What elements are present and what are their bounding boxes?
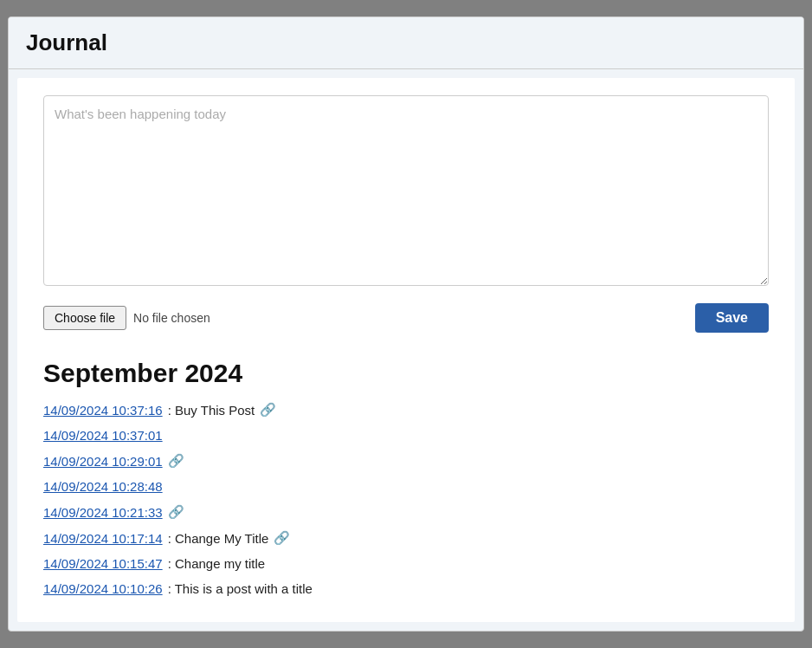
- month-section: September 2024: [43, 359, 769, 388]
- list-item: 14/09/2024 10:10:26: This is a post with…: [43, 581, 769, 596]
- save-button[interactable]: Save: [695, 303, 769, 333]
- journal-textarea[interactable]: [43, 95, 769, 286]
- paperclip-icon: 🔗: [168, 504, 184, 520]
- entry-description: : This is a post with a title: [168, 581, 313, 596]
- paperclip-icon: 🔗: [274, 530, 290, 546]
- list-item: 14/09/2024 10:37:01: [43, 428, 769, 443]
- file-input-group: Choose file No file chosen: [43, 306, 210, 330]
- no-file-label: No file chosen: [133, 311, 210, 325]
- list-item: 14/09/2024 10:29:01🔗: [43, 453, 769, 469]
- entry-description: : Change My Title: [168, 531, 269, 546]
- main-content: Choose file No file chosen Save Septembe…: [17, 78, 795, 622]
- entry-link[interactable]: 14/09/2024 10:37:01: [43, 428, 163, 443]
- list-item: 14/09/2024 10:15:47: Change my title: [43, 556, 769, 571]
- paperclip-icon: 🔗: [168, 453, 184, 469]
- list-item: 14/09/2024 10:28:48: [43, 479, 769, 494]
- page-title: Journal: [26, 29, 107, 55]
- entry-link[interactable]: 14/09/2024 10:10:26: [43, 581, 163, 596]
- entry-link[interactable]: 14/09/2024 10:15:47: [43, 556, 163, 571]
- list-item: 14/09/2024 10:21:33🔗: [43, 504, 769, 520]
- entry-description: : Buy This Post: [168, 403, 255, 418]
- list-item: 14/09/2024 10:37:16: Buy This Post🔗: [43, 402, 769, 418]
- app-header: Journal: [9, 17, 803, 69]
- app-window: Journal Choose file No file chosen Save …: [8, 16, 804, 632]
- entry-link[interactable]: 14/09/2024 10:21:33: [43, 505, 163, 520]
- entry-link[interactable]: 14/09/2024 10:29:01: [43, 454, 163, 469]
- entry-link[interactable]: 14/09/2024 10:28:48: [43, 479, 163, 494]
- entry-link[interactable]: 14/09/2024 10:37:16: [43, 403, 163, 418]
- entry-description: : Change my title: [168, 556, 266, 571]
- month-title: September 2024: [43, 359, 769, 388]
- file-row: Choose file No file chosen Save: [43, 303, 769, 333]
- journal-entries-list: 14/09/2024 10:37:16: Buy This Post🔗14/09…: [43, 402, 769, 596]
- list-item: 14/09/2024 10:17:14: Change My Title🔗: [43, 530, 769, 546]
- choose-file-button[interactable]: Choose file: [43, 306, 126, 330]
- entry-link[interactable]: 14/09/2024 10:17:14: [43, 531, 163, 546]
- paperclip-icon: 🔗: [260, 402, 276, 418]
